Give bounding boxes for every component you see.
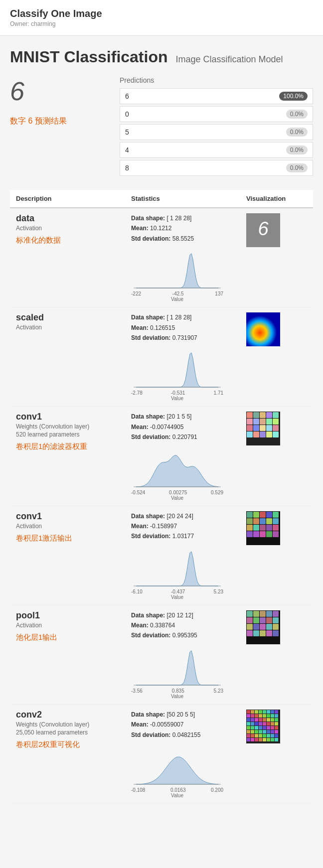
layer-row: conv1 Activation 卷积层1激活输出 Data shape: [2… xyxy=(10,506,313,605)
x-axis-title: Value xyxy=(131,694,223,699)
svg-rect-97 xyxy=(247,722,250,725)
svg-rect-41 xyxy=(260,525,266,531)
svg-rect-86 xyxy=(267,714,270,718)
prediction-class: 5 xyxy=(125,128,129,136)
prediction-badge: 100.0% xyxy=(279,92,308,101)
svg-rect-33 xyxy=(273,512,279,518)
svg-rect-70 xyxy=(273,630,279,636)
layers-table: Description Statistics Visualization dat… xyxy=(10,190,313,804)
svg-rect-15 xyxy=(266,419,272,425)
svg-rect-96 xyxy=(275,718,278,722)
histogram-container: -3.56 0.835 5.23 Value xyxy=(131,644,234,699)
svg-rect-123 xyxy=(255,734,258,737)
page-title-area: MNIST Classification Image Classificatio… xyxy=(10,48,313,66)
svg-rect-25 xyxy=(266,432,272,437)
svg-rect-112 xyxy=(275,726,278,729)
svg-rect-75 xyxy=(255,710,258,714)
layer-annotation: 卷积层1的滤波器权重 xyxy=(16,442,119,451)
viz-image xyxy=(246,710,280,743)
layer-name: conv1 xyxy=(16,412,119,422)
x-axis-title: Value xyxy=(131,296,223,302)
layer-name: pool1 xyxy=(16,610,119,621)
layer-viz-col xyxy=(240,407,313,506)
prediction-row: 5 0.0% xyxy=(120,124,313,140)
svg-rect-126 xyxy=(267,734,270,737)
histogram-svg xyxy=(131,545,223,587)
svg-rect-82 xyxy=(251,714,254,718)
svg-rect-88 xyxy=(275,714,278,718)
svg-rect-133 xyxy=(263,738,266,741)
svg-rect-121 xyxy=(247,734,250,737)
layer-stats-col: Data shape: [20 12 12] Mean: 0.338764 St… xyxy=(125,605,240,704)
layer-name: scaled xyxy=(16,312,119,323)
svg-rect-110 xyxy=(267,726,270,729)
svg-rect-65 xyxy=(273,624,279,630)
layer-annotation: 卷积层1激活输出 xyxy=(16,534,119,543)
svg-rect-13 xyxy=(253,419,259,425)
svg-rect-60 xyxy=(273,617,279,623)
svg-rect-128 xyxy=(275,734,278,737)
x-axis-labels: -3.56 0.835 5.23 xyxy=(131,688,223,694)
layer-type: Activation xyxy=(16,622,119,629)
stats-text: Data shape: [ 1 28 28] Mean: 10.1212 Std… xyxy=(131,213,234,244)
svg-rect-47 xyxy=(266,531,272,537)
layer-description-col: data Activation 标准化的数据 xyxy=(10,208,125,307)
svg-rect-109 xyxy=(263,726,266,729)
x-axis-labels: -2.78 -0.531 1.71 xyxy=(131,390,223,396)
layer-row: data Activation 标准化的数据 Data shape: [ 1 2… xyxy=(10,208,313,307)
svg-rect-34 xyxy=(247,518,253,524)
svg-rect-85 xyxy=(263,714,266,718)
layer-type: Weights (Convolution layer) xyxy=(16,721,119,728)
prediction-row: 6 100.0% xyxy=(120,88,313,104)
layer-viz-col xyxy=(240,307,313,407)
svg-rect-117 xyxy=(263,730,266,733)
x-axis-labels: -222 -42.5 137 xyxy=(131,291,223,296)
svg-rect-55 xyxy=(273,611,279,617)
histogram-svg xyxy=(131,445,223,488)
x-axis-labels: -0.108 0.0163 0.200 xyxy=(131,787,223,793)
layer-stats-col: Data shape: [ 1 28 28] Mean: 10.1212 Std… xyxy=(125,208,240,307)
svg-rect-20 xyxy=(266,425,272,431)
stats-text: Data shape: [20 12 12] Mean: 0.338764 St… xyxy=(131,610,234,641)
svg-rect-54 xyxy=(266,611,272,617)
svg-rect-22 xyxy=(247,432,253,437)
svg-rect-8 xyxy=(253,412,259,418)
x-axis-title: Value xyxy=(131,594,223,600)
histogram-svg xyxy=(131,346,223,388)
layer-name: data xyxy=(16,213,119,224)
svg-rect-116 xyxy=(259,730,262,733)
svg-rect-23 xyxy=(253,432,259,437)
svg-rect-38 xyxy=(273,518,279,524)
layer-viz-col xyxy=(240,605,313,704)
svg-rect-119 xyxy=(271,730,274,733)
layer-row: scaled Activation Data shape: [ 1 28 28]… xyxy=(10,307,313,407)
layer-viz-col xyxy=(240,506,313,605)
svg-rect-4 xyxy=(246,312,280,346)
svg-rect-100 xyxy=(259,722,262,725)
svg-rect-31 xyxy=(260,512,266,518)
svg-rect-58 xyxy=(260,617,266,623)
svg-rect-108 xyxy=(259,726,262,729)
svg-rect-64 xyxy=(266,624,272,630)
svg-rect-103 xyxy=(271,722,274,725)
svg-rect-7 xyxy=(247,412,253,418)
svg-rect-69 xyxy=(266,630,272,636)
svg-rect-45 xyxy=(253,531,259,537)
svg-rect-91 xyxy=(255,718,258,722)
histogram-svg xyxy=(131,644,223,686)
svg-rect-44 xyxy=(247,531,253,537)
app-header: Classify One Image Owner: charming xyxy=(0,0,323,36)
x-axis-title: Value xyxy=(131,396,223,401)
histogram-svg xyxy=(131,247,223,289)
svg-rect-95 xyxy=(271,718,274,722)
app-owner: Owner: charming xyxy=(10,20,313,27)
layer-row: conv1 Weights (Convolution layer) 520 le… xyxy=(10,407,313,506)
svg-rect-118 xyxy=(267,730,270,733)
svg-rect-113 xyxy=(247,730,250,733)
svg-rect-134 xyxy=(267,738,270,741)
svg-rect-19 xyxy=(260,425,266,431)
layer-type: Activation xyxy=(16,523,119,530)
svg-rect-16 xyxy=(273,419,279,425)
svg-rect-30 xyxy=(253,512,259,518)
svg-rect-98 xyxy=(251,722,254,725)
